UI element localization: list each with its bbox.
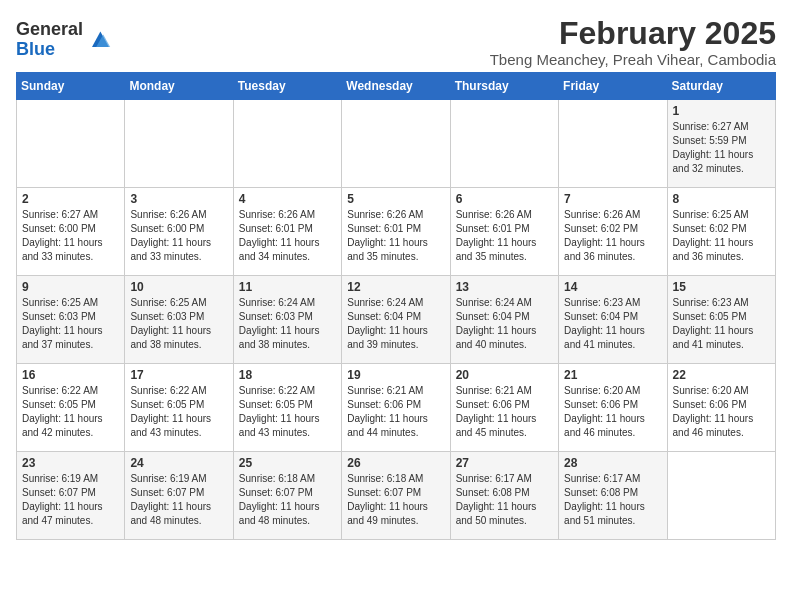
- calendar-week-2: 2Sunrise: 6:27 AM Sunset: 6:00 PM Daylig…: [17, 188, 776, 276]
- weekday-header-saturday: Saturday: [667, 73, 775, 100]
- day-info: Sunrise: 6:21 AM Sunset: 6:06 PM Dayligh…: [456, 384, 553, 440]
- day-number: 12: [347, 280, 444, 294]
- logo-blue: Blue: [16, 40, 83, 60]
- calendar-cell: 14Sunrise: 6:23 AM Sunset: 6:04 PM Dayli…: [559, 276, 667, 364]
- day-info: Sunrise: 6:20 AM Sunset: 6:06 PM Dayligh…: [673, 384, 770, 440]
- calendar-cell: 26Sunrise: 6:18 AM Sunset: 6:07 PM Dayli…: [342, 452, 450, 540]
- day-number: 19: [347, 368, 444, 382]
- day-info: Sunrise: 6:26 AM Sunset: 6:01 PM Dayligh…: [456, 208, 553, 264]
- day-number: 25: [239, 456, 336, 470]
- day-number: 27: [456, 456, 553, 470]
- day-info: Sunrise: 6:26 AM Sunset: 6:01 PM Dayligh…: [239, 208, 336, 264]
- day-number: 5: [347, 192, 444, 206]
- day-number: 15: [673, 280, 770, 294]
- day-number: 3: [130, 192, 227, 206]
- day-info: Sunrise: 6:17 AM Sunset: 6:08 PM Dayligh…: [456, 472, 553, 528]
- day-number: 18: [239, 368, 336, 382]
- location-title: Tbeng Meanchey, Preah Vihear, Cambodia: [490, 51, 776, 68]
- calendar-cell: 7Sunrise: 6:26 AM Sunset: 6:02 PM Daylig…: [559, 188, 667, 276]
- calendar-cell: 22Sunrise: 6:20 AM Sunset: 6:06 PM Dayli…: [667, 364, 775, 452]
- weekday-header-tuesday: Tuesday: [233, 73, 341, 100]
- logo: General Blue: [16, 20, 113, 60]
- calendar-cell: 25Sunrise: 6:18 AM Sunset: 6:07 PM Dayli…: [233, 452, 341, 540]
- calendar-cell: 24Sunrise: 6:19 AM Sunset: 6:07 PM Dayli…: [125, 452, 233, 540]
- title-block: February 2025 Tbeng Meanchey, Preah Vihe…: [490, 16, 776, 68]
- day-number: 4: [239, 192, 336, 206]
- calendar-cell: 2Sunrise: 6:27 AM Sunset: 6:00 PM Daylig…: [17, 188, 125, 276]
- day-info: Sunrise: 6:26 AM Sunset: 6:01 PM Dayligh…: [347, 208, 444, 264]
- day-number: 6: [456, 192, 553, 206]
- day-number: 26: [347, 456, 444, 470]
- day-number: 23: [22, 456, 119, 470]
- calendar-week-5: 23Sunrise: 6:19 AM Sunset: 6:07 PM Dayli…: [17, 452, 776, 540]
- calendar-cell: [17, 100, 125, 188]
- weekday-header-friday: Friday: [559, 73, 667, 100]
- day-number: 2: [22, 192, 119, 206]
- day-info: Sunrise: 6:17 AM Sunset: 6:08 PM Dayligh…: [564, 472, 661, 528]
- day-info: Sunrise: 6:24 AM Sunset: 6:04 PM Dayligh…: [347, 296, 444, 352]
- calendar-week-4: 16Sunrise: 6:22 AM Sunset: 6:05 PM Dayli…: [17, 364, 776, 452]
- day-number: 22: [673, 368, 770, 382]
- calendar-cell: [559, 100, 667, 188]
- calendar-cell: 8Sunrise: 6:25 AM Sunset: 6:02 PM Daylig…: [667, 188, 775, 276]
- day-info: Sunrise: 6:27 AM Sunset: 6:00 PM Dayligh…: [22, 208, 119, 264]
- day-number: 24: [130, 456, 227, 470]
- day-number: 13: [456, 280, 553, 294]
- calendar-cell: 19Sunrise: 6:21 AM Sunset: 6:06 PM Dayli…: [342, 364, 450, 452]
- calendar-cell: 9Sunrise: 6:25 AM Sunset: 6:03 PM Daylig…: [17, 276, 125, 364]
- calendar-cell: [125, 100, 233, 188]
- day-number: 21: [564, 368, 661, 382]
- day-info: Sunrise: 6:20 AM Sunset: 6:06 PM Dayligh…: [564, 384, 661, 440]
- calendar-cell: 12Sunrise: 6:24 AM Sunset: 6:04 PM Dayli…: [342, 276, 450, 364]
- calendar-cell: 18Sunrise: 6:22 AM Sunset: 6:05 PM Dayli…: [233, 364, 341, 452]
- logo-icon: [85, 26, 113, 54]
- calendar-cell: 17Sunrise: 6:22 AM Sunset: 6:05 PM Dayli…: [125, 364, 233, 452]
- calendar-cell: 11Sunrise: 6:24 AM Sunset: 6:03 PM Dayli…: [233, 276, 341, 364]
- day-info: Sunrise: 6:25 AM Sunset: 6:03 PM Dayligh…: [22, 296, 119, 352]
- month-title: February 2025: [490, 16, 776, 51]
- day-info: Sunrise: 6:24 AM Sunset: 6:03 PM Dayligh…: [239, 296, 336, 352]
- weekday-header-sunday: Sunday: [17, 73, 125, 100]
- calendar-cell: 4Sunrise: 6:26 AM Sunset: 6:01 PM Daylig…: [233, 188, 341, 276]
- calendar-cell: 16Sunrise: 6:22 AM Sunset: 6:05 PM Dayli…: [17, 364, 125, 452]
- day-info: Sunrise: 6:23 AM Sunset: 6:04 PM Dayligh…: [564, 296, 661, 352]
- day-info: Sunrise: 6:24 AM Sunset: 6:04 PM Dayligh…: [456, 296, 553, 352]
- day-info: Sunrise: 6:23 AM Sunset: 6:05 PM Dayligh…: [673, 296, 770, 352]
- weekday-header-row: SundayMondayTuesdayWednesdayThursdayFrid…: [17, 73, 776, 100]
- calendar-cell: 23Sunrise: 6:19 AM Sunset: 6:07 PM Dayli…: [17, 452, 125, 540]
- day-info: Sunrise: 6:27 AM Sunset: 5:59 PM Dayligh…: [673, 120, 770, 176]
- day-info: Sunrise: 6:25 AM Sunset: 6:03 PM Dayligh…: [130, 296, 227, 352]
- day-info: Sunrise: 6:19 AM Sunset: 6:07 PM Dayligh…: [22, 472, 119, 528]
- day-info: Sunrise: 6:19 AM Sunset: 6:07 PM Dayligh…: [130, 472, 227, 528]
- day-number: 17: [130, 368, 227, 382]
- day-info: Sunrise: 6:25 AM Sunset: 6:02 PM Dayligh…: [673, 208, 770, 264]
- calendar-cell: 27Sunrise: 6:17 AM Sunset: 6:08 PM Dayli…: [450, 452, 558, 540]
- calendar-week-1: 1Sunrise: 6:27 AM Sunset: 5:59 PM Daylig…: [17, 100, 776, 188]
- logo-general: General: [16, 20, 83, 40]
- calendar-cell: 6Sunrise: 6:26 AM Sunset: 6:01 PM Daylig…: [450, 188, 558, 276]
- day-info: Sunrise: 6:26 AM Sunset: 6:02 PM Dayligh…: [564, 208, 661, 264]
- calendar-cell: [342, 100, 450, 188]
- weekday-header-monday: Monday: [125, 73, 233, 100]
- calendar-cell: [233, 100, 341, 188]
- calendar-cell: 1Sunrise: 6:27 AM Sunset: 5:59 PM Daylig…: [667, 100, 775, 188]
- page-header: General Blue February 2025 Tbeng Meanche…: [16, 16, 776, 68]
- calendar-cell: 3Sunrise: 6:26 AM Sunset: 6:00 PM Daylig…: [125, 188, 233, 276]
- calendar-cell: 21Sunrise: 6:20 AM Sunset: 6:06 PM Dayli…: [559, 364, 667, 452]
- calendar-cell: [667, 452, 775, 540]
- day-number: 16: [22, 368, 119, 382]
- weekday-header-thursday: Thursday: [450, 73, 558, 100]
- day-number: 1: [673, 104, 770, 118]
- calendar-cell: 28Sunrise: 6:17 AM Sunset: 6:08 PM Dayli…: [559, 452, 667, 540]
- weekday-header-wednesday: Wednesday: [342, 73, 450, 100]
- calendar-cell: [450, 100, 558, 188]
- calendar-week-3: 9Sunrise: 6:25 AM Sunset: 6:03 PM Daylig…: [17, 276, 776, 364]
- day-number: 7: [564, 192, 661, 206]
- day-info: Sunrise: 6:26 AM Sunset: 6:00 PM Dayligh…: [130, 208, 227, 264]
- day-info: Sunrise: 6:22 AM Sunset: 6:05 PM Dayligh…: [239, 384, 336, 440]
- calendar-cell: 15Sunrise: 6:23 AM Sunset: 6:05 PM Dayli…: [667, 276, 775, 364]
- day-number: 11: [239, 280, 336, 294]
- day-info: Sunrise: 6:22 AM Sunset: 6:05 PM Dayligh…: [22, 384, 119, 440]
- day-number: 8: [673, 192, 770, 206]
- day-number: 28: [564, 456, 661, 470]
